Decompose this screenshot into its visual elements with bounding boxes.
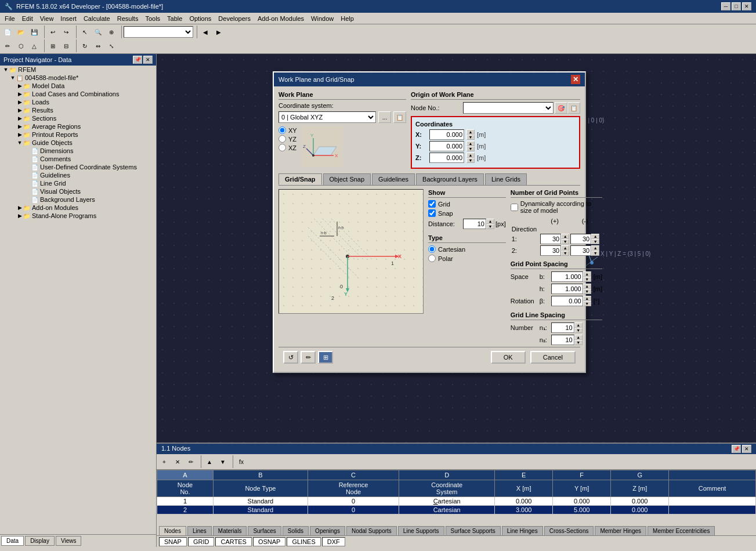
sidebar-tab-display[interactable]: Display: [25, 536, 55, 546]
sidebar-item-user-coord[interactable]: 📄 User-Defined Coordinate Systems: [0, 163, 156, 171]
beta-input[interactable]: 0.00: [551, 296, 583, 306]
tab-object-snap[interactable]: Object Snap: [323, 173, 371, 185]
dir1-plus-up[interactable]: ▲: [561, 234, 569, 239]
tb-scale[interactable]: ⤡: [105, 39, 118, 52]
dir2-minus-up[interactable]: ▲: [591, 245, 599, 251]
edit-btn[interactable]: ✏: [301, 351, 316, 364]
dir1-minus-down[interactable]: ▼: [591, 239, 599, 244]
cancel-button[interactable]: Cancel: [530, 351, 576, 364]
sidebar-item-printout-reports[interactable]: ▶ 📁 Printout Reports: [0, 130, 156, 139]
tb-rotate[interactable]: ↻: [78, 39, 91, 52]
menu-insert[interactable]: Insert: [57, 14, 80, 23]
plane-xz-radio[interactable]: [278, 144, 286, 151]
n2-up[interactable]: ▲: [574, 335, 583, 340]
dir2-plus-spin[interactable]: ▲ ▼: [561, 245, 569, 256]
menu-view[interactable]: View: [37, 14, 57, 23]
coord-system-select[interactable]: 0 | Global XYZ: [278, 111, 376, 123]
sidebar-item-standalone[interactable]: ▶ 📁 Stand-Alone Programs: [0, 212, 156, 220]
close-btn[interactable]: ✕: [742, 2, 751, 10]
n2-spin[interactable]: ▲ ▼: [574, 335, 583, 345]
dir2-plus-input[interactable]: 30: [540, 245, 561, 256]
show-grid-check[interactable]: Grid: [428, 200, 506, 208]
type-polar[interactable]: Polar: [428, 255, 506, 262]
distance-spin[interactable]: ▲ ▼: [486, 219, 494, 229]
menu-addon[interactable]: Add-on Modules: [254, 14, 308, 23]
grid-checkbox[interactable]: [428, 200, 436, 208]
sidebar-item-guidelines[interactable]: 📄 Guidelines: [0, 171, 156, 179]
cartesian-radio[interactable]: [428, 245, 436, 253]
sidebar-item-guide-objects[interactable]: ▼ 📁 Guide Objects: [0, 139, 156, 147]
maximize-btn[interactable]: □: [732, 2, 741, 10]
h-up[interactable]: ▲: [583, 284, 591, 289]
coord-x-input[interactable]: 0.000: [429, 129, 464, 140]
dynamic-check[interactable]: Dynamically according to size of model: [511, 200, 602, 214]
tree-rfem[interactable]: ▼ 📁 RFEM: [0, 66, 156, 74]
tb-draw3[interactable]: △: [28, 39, 41, 52]
n1-spin[interactable]: ▲ ▼: [574, 322, 583, 333]
b-down[interactable]: ▼: [583, 277, 591, 282]
sidebar-item-sections[interactable]: ▶ 📁 Sections: [0, 114, 156, 122]
coord-y-input[interactable]: 0.000: [429, 141, 464, 151]
sidebar-item-load-cases[interactable]: ▶ 📁 Load Cases and Combinations: [0, 90, 156, 98]
load-case-combo[interactable]: [124, 26, 193, 38]
dir2-plus-down[interactable]: ▼: [561, 251, 569, 256]
dir1-minus-up[interactable]: ▲: [591, 234, 599, 239]
dir2-plus-up[interactable]: ▲: [561, 245, 569, 251]
beta-up[interactable]: ▲: [583, 296, 591, 301]
b-up[interactable]: ▲: [583, 271, 591, 277]
node-no-select[interactable]: [463, 102, 554, 114]
coord-system-pick2[interactable]: 📋: [393, 111, 406, 123]
node-pick-btn[interactable]: 🎯: [555, 102, 567, 114]
tb-prev[interactable]: ◀: [199, 26, 212, 38]
h-spin[interactable]: ▲ ▼: [583, 284, 591, 294]
beta-down[interactable]: ▼: [583, 301, 591, 306]
tb-undo[interactable]: ↩: [46, 26, 59, 38]
n1-input[interactable]: 10: [551, 322, 574, 333]
type-cartesian[interactable]: Cartesian: [428, 245, 506, 253]
plane-yz-radio[interactable]: [278, 135, 286, 143]
n2-input[interactable]: 10: [551, 335, 574, 345]
tb-open[interactable]: 📂: [15, 26, 27, 38]
tab-grid-snap[interactable]: Grid/Snap: [278, 173, 322, 185]
tab-line-grids[interactable]: Line Grids: [485, 173, 527, 185]
coord-z-down[interactable]: ▼: [466, 158, 475, 163]
polar-radio[interactable]: [428, 255, 436, 262]
tree-project[interactable]: ▼ 📋 004588-model-file*: [0, 74, 156, 82]
sidebar-close-icon[interactable]: ✕: [143, 56, 153, 64]
coord-z-up[interactable]: ▲: [466, 153, 475, 158]
sidebar-item-model-data[interactable]: ▶ 📁 Model Data: [0, 82, 156, 90]
tb-draw1[interactable]: ✏: [1, 39, 14, 52]
tb-new[interactable]: 📄: [1, 26, 14, 38]
tab-guidelines[interactable]: Guidelines: [372, 173, 415, 185]
dynamic-checkbox[interactable]: [511, 204, 518, 211]
plane-yz[interactable]: YZ: [278, 135, 297, 143]
coord-x-down[interactable]: ▼: [466, 135, 475, 140]
sidebar-item-comments[interactable]: 📄 Comments: [0, 155, 156, 163]
sidebar-item-average-regions[interactable]: ▶ 📁 Average Regions: [0, 122, 156, 130]
b-spin[interactable]: ▲ ▼: [583, 271, 591, 282]
tb-select[interactable]: ↖: [78, 26, 91, 38]
dir2-minus-input[interactable]: 30: [570, 245, 591, 256]
node-copy-btn[interactable]: 📋: [567, 102, 580, 114]
tb-snap1[interactable]: ⊞: [46, 39, 59, 52]
b-input[interactable]: 1.000: [551, 271, 583, 282]
sidebar-tab-views[interactable]: Views: [56, 536, 82, 546]
sidebar-item-background-layers[interactable]: 📄 Background Layers: [0, 195, 156, 204]
coord-x-up[interactable]: ▲: [466, 129, 475, 135]
sidebar-item-line-grid[interactable]: 📄 Line Grid: [0, 179, 156, 187]
tb-zoom[interactable]: 🔍: [92, 26, 104, 38]
dialog-close-btn[interactable]: ✕: [571, 75, 580, 84]
menu-developers[interactable]: Developers: [215, 14, 254, 23]
menu-table[interactable]: Table: [164, 14, 186, 23]
tb-draw2[interactable]: ⬡: [15, 39, 27, 52]
menu-results[interactable]: Results: [114, 14, 142, 23]
coord-x-spin[interactable]: ▲ ▼: [466, 129, 475, 140]
table-btn[interactable]: ⊞: [318, 351, 333, 364]
distance-input[interactable]: 10: [463, 219, 486, 229]
plane-xz[interactable]: XZ: [278, 144, 297, 151]
dialog-title-bar[interactable]: Work Plane and Grid/Snap ✕: [274, 72, 585, 86]
coord-system-pick1[interactable]: ...: [378, 111, 391, 123]
menu-window[interactable]: Window: [308, 14, 337, 23]
minimize-btn[interactable]: ─: [721, 2, 730, 10]
plane-xy-radio[interactable]: [278, 126, 286, 134]
